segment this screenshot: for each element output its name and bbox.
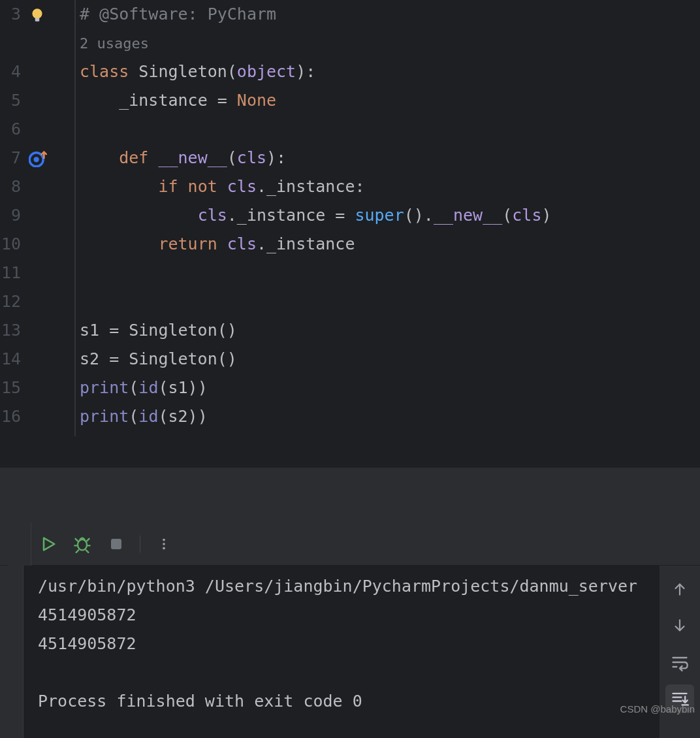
usages-hint[interactable]: 2 usages: [80, 29, 700, 57]
console-line: 4514905872: [38, 634, 136, 653]
console-output[interactable]: /usr/bin/python3 /Users/jiangbin/Pycharm…: [24, 566, 660, 738]
class-name: Singleton: [138, 62, 227, 81]
indent: [80, 91, 119, 110]
attr-ref: ._instance:: [257, 177, 365, 196]
kw-return: return: [158, 234, 217, 253]
code-line-6[interactable]: [80, 115, 700, 144]
punct: ().: [404, 206, 434, 225]
punct: ):: [266, 148, 286, 167]
run-button[interactable]: [35, 531, 61, 557]
args: (s2)): [158, 407, 207, 426]
punct: (: [129, 407, 138, 426]
debug-button[interactable]: [69, 531, 95, 557]
svg-point-7: [163, 543, 165, 545]
more-button[interactable]: [151, 531, 177, 557]
code-editor[interactable]: 3 4 5 6 7 8 9 10 11 12 13 14 15: [0, 0, 700, 436]
kw-if: if: [158, 177, 178, 196]
punct: ): [541, 206, 551, 225]
builtin-id: id: [138, 407, 158, 426]
run-toolbar: [0, 522, 700, 566]
code-line-4[interactable]: class Singleton(object):: [80, 57, 700, 86]
punct: (: [129, 378, 138, 397]
punct: (: [227, 62, 237, 81]
line-number: 8: [0, 172, 21, 201]
code-line-9[interactable]: cls._instance = super().__new__(cls): [80, 201, 700, 230]
line-number: 16: [0, 402, 21, 431]
code-line-3[interactable]: # @Software: PyCharm: [80, 0, 700, 29]
builtin-print: print: [80, 378, 129, 397]
soft-wrap-icon[interactable]: [665, 648, 694, 677]
dunder-new: __new__: [158, 148, 227, 167]
line-number: 7: [0, 144, 21, 172]
toolbar-separator: [140, 536, 140, 553]
line-number: 14: [0, 345, 21, 374]
builtin-id: id: [138, 378, 158, 397]
editor-bottom-strip: [0, 436, 700, 468]
code-line-15[interactable]: print(id(s1)): [80, 374, 700, 402]
watermark-text: CSDN @babybin: [620, 695, 695, 724]
space: [148, 148, 158, 167]
assign: ._instance =: [227, 206, 355, 225]
line-number: 10: [0, 230, 21, 259]
kw-def: def: [119, 148, 148, 167]
line-number: 12: [0, 287, 21, 316]
usages-label: 2 usages: [80, 35, 149, 52]
space: [217, 234, 227, 253]
punct: ):: [296, 62, 315, 81]
code-area[interactable]: # @Software: PyCharm 2 usages class Sing…: [76, 0, 700, 436]
code-line-11[interactable]: [80, 259, 700, 287]
line-number: 6: [0, 115, 21, 144]
svg-point-8: [163, 547, 165, 549]
editor-gutter: 3 4 5 6 7 8 9 10 11 12 13 14 15: [0, 0, 76, 436]
arrow-up-icon[interactable]: [665, 575, 694, 603]
console-line: /usr/bin/python3 /Users/jiangbin/Pycharm…: [38, 577, 637, 596]
line-number: 9: [0, 201, 21, 230]
line-number: 5: [0, 86, 21, 115]
svg-rect-5: [111, 539, 121, 549]
svg-rect-1: [35, 18, 40, 21]
svg-point-0: [32, 8, 42, 18]
code-line-13[interactable]: s1 = Singleton(): [80, 316, 700, 345]
run-console: /usr/bin/python3 /Users/jiangbin/Pycharm…: [0, 566, 700, 738]
comment-text: # @Software:: [80, 5, 208, 24]
kw-none: None: [237, 91, 276, 110]
line-number: 11: [0, 259, 21, 287]
code-line-5[interactable]: _instance = None: [80, 86, 700, 115]
line-number: 13: [0, 316, 21, 345]
dunder-new: __new__: [434, 206, 502, 225]
args: (s1)): [158, 378, 207, 397]
code-line-14[interactable]: s2 = Singleton(): [80, 345, 700, 374]
punct: =: [208, 91, 237, 110]
builtin-print: print: [80, 407, 129, 426]
field-name: _instance: [119, 91, 207, 110]
console-line: Process finished with exit code 0: [38, 692, 362, 711]
space: [217, 177, 227, 196]
code-line-12[interactable]: [80, 287, 700, 316]
comment-text: PyCharm: [208, 5, 276, 24]
panel-divider[interactable]: [0, 468, 700, 522]
ref-cls: cls: [512, 206, 541, 225]
svg-point-3: [34, 157, 39, 162]
override-up-icon[interactable]: [29, 148, 48, 167]
ref-cls: cls: [227, 177, 257, 196]
code-line-8[interactable]: if not cls._instance:: [80, 172, 700, 201]
code-line-16[interactable]: print(id(s2)): [80, 402, 700, 431]
arrow-down-icon[interactable]: [665, 611, 694, 640]
punct: (: [227, 148, 237, 167]
line-number: 4: [0, 57, 21, 86]
intention-bulb-icon[interactable]: [29, 4, 48, 24]
toolbar-left-gutter: [8, 522, 31, 566]
console-line: 4514905872: [38, 605, 136, 624]
code-line-7[interactable]: def __new__(cls):: [80, 144, 700, 172]
code-line-10[interactable]: return cls._instance: [80, 230, 700, 259]
ref-cls: cls: [227, 234, 257, 253]
space: [178, 177, 188, 196]
kw-class: class: [80, 62, 129, 81]
svg-point-6: [163, 538, 165, 541]
punct: (: [502, 206, 512, 225]
stmt: s1 = Singleton(): [80, 321, 237, 340]
stmt: s2 = Singleton(): [80, 349, 237, 368]
indent: [80, 234, 158, 253]
console-gutter: [0, 566, 24, 738]
stop-button[interactable]: [103, 531, 129, 557]
